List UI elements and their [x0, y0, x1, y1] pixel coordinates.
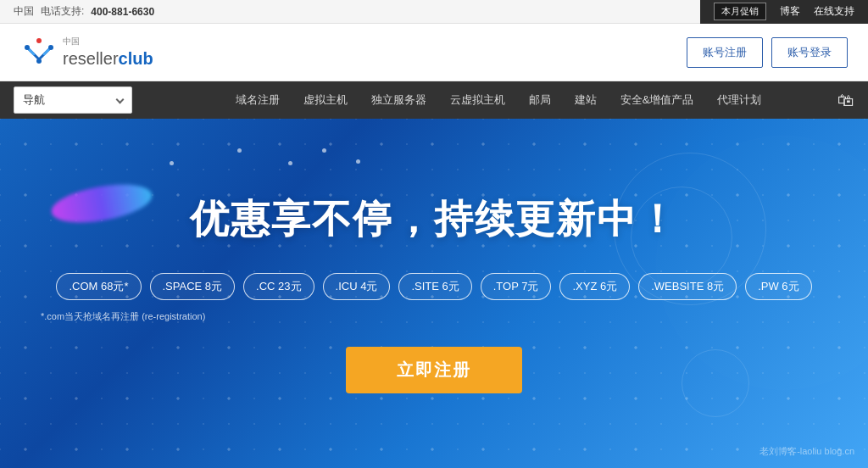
logo-cn-text: 中国 [63, 36, 153, 47]
top-bar: 中国 电话支持: 400-881-6630 本月促销 博客 在线支持 [0, 0, 868, 24]
chevron-down-icon [116, 95, 125, 103]
tag-com[interactable]: .COM 68元* [56, 273, 141, 300]
tag-cc[interactable]: .CC 23元 [243, 273, 314, 300]
hero-tags: .COM 68元* .SPACE 8元 .CC 23元 .ICU 4元 .SIT… [56, 273, 811, 300]
tag-website[interactable]: .WEBSITE 8元 [638, 273, 737, 300]
cart-icon[interactable]: 🛍 [837, 91, 854, 110]
nav: 导航 域名注册 虚拟主机 独立服务器 云虚拟主机 邮局 建站 安全&增值产品 代… [0, 81, 868, 119]
register-button[interactable]: 账号注册 [687, 37, 763, 68]
deco-circle-3 [682, 349, 749, 417]
nav-links: 域名注册 虚拟主机 独立服务器 云虚拟主机 邮局 建站 安全&增值产品 代理计划 [159, 92, 837, 108]
tag-icu[interactable]: .ICU 4元 [323, 273, 391, 300]
nav-link-reseller[interactable]: 代理计划 [717, 92, 761, 108]
tag-pw[interactable]: .PW 6元 [745, 273, 811, 300]
top-bar-right: 本月促销 博客 在线支持 [700, 0, 868, 24]
logo-text-block: 中国 resellerclub [63, 36, 153, 69]
nav-link-builder[interactable]: 建站 [575, 92, 597, 108]
header: 中国 resellerclub 账号注册 账号登录 [0, 24, 868, 81]
dot-4 [322, 148, 326, 153]
top-bar-left: 中国 电话支持: 400-881-6630 [14, 4, 154, 19]
hero-title: 优惠享不停，持续更新中！ [190, 193, 678, 246]
logo-reseller: reseller [63, 49, 119, 68]
logo-club: club [119, 49, 153, 68]
phone-number: 400-881-6630 [91, 6, 154, 18]
hero: 优惠享不停，持续更新中！ .COM 68元* .SPACE 8元 .CC 23元… [0, 119, 868, 468]
tag-xyz[interactable]: .XYZ 6元 [559, 273, 630, 300]
nav-link-dedicated[interactable]: 独立服务器 [371, 92, 426, 108]
region-label[interactable]: 中国 [14, 4, 34, 19]
support-link[interactable]: 在线支持 [814, 4, 854, 19]
logo: 中国 resellerclub [20, 34, 153, 71]
nav-link-mail[interactable]: 邮局 [529, 92, 551, 108]
nav-link-security[interactable]: 安全&增值产品 [620, 92, 694, 108]
nav-link-vhost[interactable]: 虚拟主机 [303, 92, 348, 108]
promo-badge[interactable]: 本月促销 [714, 3, 766, 20]
hero-cta-button[interactable]: 立即注册 [346, 347, 522, 393]
watermark: 老刘博客-laoliu blog.cn [760, 445, 854, 458]
dot-5 [356, 159, 360, 164]
phone-label: 电话支持: [41, 4, 84, 19]
logo-icon [20, 34, 58, 71]
login-button[interactable]: 账号登录 [771, 37, 848, 68]
hero-note: *.com当天抢域名再注册 (re-registration) [0, 310, 205, 323]
svg-point-5 [25, 45, 30, 50]
nav-link-cloud[interactable]: 云虚拟主机 [450, 92, 505, 108]
svg-point-0 [36, 38, 42, 43]
svg-point-7 [36, 58, 42, 64]
dot-2 [237, 148, 242, 153]
nav-link-domain[interactable]: 域名注册 [236, 92, 280, 108]
dot-3 [288, 161, 292, 165]
tag-top[interactable]: .TOP 7元 [481, 273, 552, 300]
nav-dropdown-label: 导航 [23, 92, 45, 108]
hero-blob-decoration [48, 178, 154, 229]
tag-space[interactable]: .SPACE 8元 [150, 273, 236, 300]
dot-1 [170, 161, 174, 165]
header-buttons: 账号注册 账号登录 [687, 37, 848, 68]
blog-link[interactable]: 博客 [780, 4, 800, 19]
logo-brand-name: resellerclub [63, 48, 153, 69]
nav-dropdown[interactable]: 导航 [14, 86, 132, 114]
tag-site[interactable]: .SITE 6元 [398, 273, 471, 300]
svg-point-6 [48, 45, 53, 50]
